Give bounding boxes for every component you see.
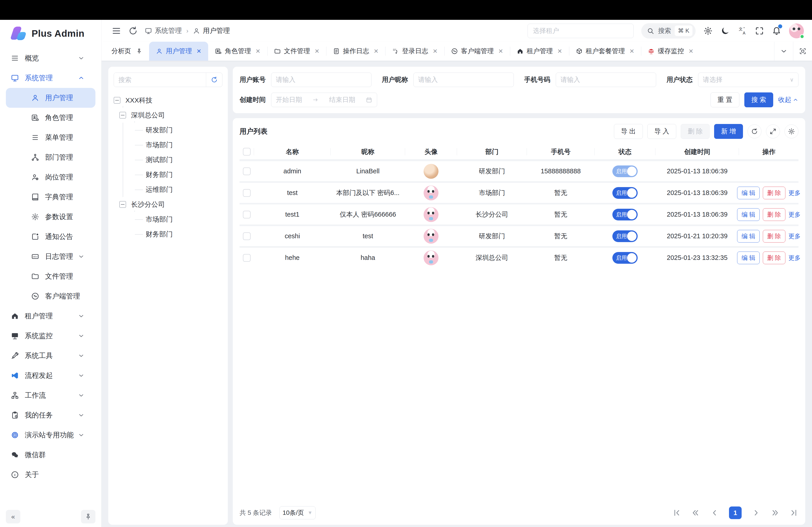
notifications-button[interactable] [772, 26, 781, 36]
content-maximize-button[interactable] [793, 42, 812, 61]
tab-close-icon[interactable]: ✕ [629, 48, 635, 55]
collapse-filters-link[interactable]: 收起 [778, 95, 798, 104]
sidebar-item-字典管理[interactable]: 字典管理 [6, 187, 96, 207]
tenant-select-input[interactable] [527, 24, 634, 38]
row-checkbox[interactable] [243, 254, 250, 262]
user-avatar[interactable] [789, 24, 804, 38]
tree-search-input[interactable] [114, 73, 206, 87]
sidebar-item-关于[interactable]: c关于 [6, 465, 96, 485]
sidebar-item-参数设置[interactable]: 参数设置 [6, 207, 96, 227]
tree-node-财务部门[interactable]: 财务部门 [134, 227, 222, 242]
sidebar-item-工作流[interactable]: 工作流 [6, 386, 96, 405]
tab-操作日志[interactable]: 操作日志✕ [326, 42, 385, 61]
tab-close-icon[interactable]: ✕ [256, 48, 261, 55]
tab-close-icon[interactable]: ✕ [315, 48, 320, 55]
filter-input-用户账号[interactable]: 请输入 [271, 73, 372, 87]
filter-input-手机号码[interactable]: 请输入 [556, 73, 656, 87]
row-checkbox[interactable] [243, 189, 250, 197]
tree-node-研发部门[interactable]: 研发部门 [134, 123, 222, 137]
delete-button[interactable]: 删 除 [763, 230, 785, 243]
edit-button[interactable]: 编 辑 [737, 208, 760, 221]
table-settings-button[interactable] [784, 124, 798, 138]
export-button[interactable]: 导 出 [614, 124, 643, 139]
next-page-button[interactable] [752, 508, 760, 517]
tab-分析页[interactable]: 分析页 [105, 42, 149, 61]
edit-button[interactable]: 编 辑 [737, 230, 760, 243]
sidebar-item-通知公告[interactable]: 通知公告 [6, 227, 96, 246]
status-toggle[interactable]: 启用 [612, 187, 638, 199]
sidebar-collapse-button[interactable]: « [6, 510, 20, 523]
edit-button[interactable]: 编 辑 [737, 252, 760, 264]
sidebar-item-用户管理[interactable]: 用户管理 [6, 88, 96, 108]
sidebar-item-我的任务[interactable]: 我的任务 [6, 405, 96, 425]
tab-缓存监控[interactable]: redis缓存监控✕ [641, 42, 700, 61]
sidebar-item-客户端管理[interactable]: 客户端管理 [6, 286, 96, 306]
search-button[interactable]: 搜 索 [744, 92, 773, 107]
delete-button[interactable]: 删 除 [763, 187, 785, 199]
status-toggle[interactable]: 启用 [612, 252, 638, 264]
settings-gear-icon[interactable] [703, 26, 713, 35]
edit-button[interactable]: 编 辑 [737, 187, 760, 199]
tab-租户套餐管理[interactable]: 租户套餐管理✕ [569, 42, 641, 61]
tree-collapse-icon[interactable] [114, 97, 120, 104]
tab-用户管理[interactable]: 用户管理✕ [149, 42, 208, 61]
status-toggle[interactable]: 启用 [612, 165, 638, 177]
more-button[interactable]: 更多 [788, 189, 801, 197]
sidebar-pin-button[interactable] [81, 510, 96, 523]
reset-button[interactable]: 重 置 [710, 92, 739, 107]
first-page-button[interactable] [672, 508, 681, 517]
menu-toggle-icon[interactable] [112, 26, 121, 36]
tree-refresh-button[interactable] [206, 73, 222, 87]
tree-node-XXX科技[interactable]: XXX科技 [114, 93, 222, 108]
status-toggle[interactable]: 启用 [612, 209, 638, 221]
tab-close-icon[interactable]: ✕ [197, 48, 201, 55]
more-button[interactable]: 更多 [788, 232, 801, 240]
tab-close-icon[interactable]: ✕ [498, 48, 503, 55]
more-button[interactable]: 更多 [788, 211, 801, 219]
sidebar-item-微信群[interactable]: 微信群 [6, 445, 96, 465]
tab-角色管理[interactable]: 角色管理✕ [208, 42, 267, 61]
tree-node-运维部门[interactable]: 运维部门 [134, 182, 222, 197]
tabs-dropdown-button[interactable] [774, 42, 793, 61]
delete-button[interactable]: 删 除 [763, 252, 785, 264]
page-size-select[interactable]: 10条/页▼ [279, 506, 316, 520]
fast-next-button[interactable] [770, 508, 780, 517]
sidebar-item-角色管理[interactable]: 角色管理 [6, 108, 96, 127]
tab-客户端管理[interactable]: 客户端管理✕ [444, 42, 510, 61]
status-toggle[interactable]: 启用 [612, 230, 638, 242]
dark-mode-moon-icon[interactable] [721, 26, 730, 35]
tab-文件管理[interactable]: 文件管理✕ [267, 42, 327, 61]
import-button[interactable]: 导 入 [647, 124, 676, 139]
table-expand-button[interactable] [766, 124, 780, 138]
sidebar-item-系统工具[interactable]: 系统工具 [6, 346, 96, 366]
bulk-delete-button[interactable]: 删 除 [681, 124, 710, 139]
sidebar-item-系统监控[interactable]: 系统监控 [6, 326, 96, 346]
sidebar-item-菜单管理[interactable]: 菜单管理 [6, 127, 96, 147]
sidebar-item-演示站专用功能[interactable]: 演示站专用功能 [6, 425, 96, 445]
add-button[interactable]: 新 增 [714, 124, 743, 139]
global-search-button[interactable]: 搜索 ⌘ K [641, 23, 696, 39]
sidebar-item-系统管理[interactable]: 系统管理 [6, 68, 96, 88]
fullscreen-icon[interactable] [755, 26, 764, 35]
tab-登录日志[interactable]: 登录日志✕ [385, 42, 444, 61]
delete-button[interactable]: 删 除 [763, 208, 785, 221]
date-range-picker[interactable]: 开始日期 结束日期 [271, 93, 377, 107]
sidebar-item-租户管理[interactable]: 租户管理 [6, 306, 96, 326]
row-checkbox[interactable] [243, 232, 250, 240]
tab-close-icon[interactable]: ✕ [688, 48, 693, 55]
filter-input-用户昵称[interactable]: 请输入 [414, 73, 514, 87]
sidebar-item-流程发起[interactable]: 流程发起 [6, 366, 96, 386]
row-checkbox[interactable] [243, 211, 250, 219]
tree-node-长沙分公司[interactable]: 长沙分公司 [119, 197, 222, 212]
more-button[interactable]: 更多 [788, 254, 801, 262]
tree-node-市场部门[interactable]: 市场部门 [134, 212, 222, 227]
tab-close-icon[interactable]: ✕ [374, 48, 378, 55]
tree-node-深圳总公司[interactable]: 深圳总公司 [119, 108, 222, 123]
sidebar-item-日志管理[interactable]: DEV日志管理 [6, 246, 96, 267]
prev-page-button[interactable] [710, 508, 719, 517]
tree-node-市场部门[interactable]: 市场部门 [134, 137, 222, 152]
sidebar-item-概览[interactable]: 概览 [6, 48, 96, 68]
tab-close-icon[interactable]: ✕ [557, 48, 562, 55]
tab-close-icon[interactable]: ✕ [433, 48, 438, 55]
filter-select-用户状态[interactable]: 请选择∨ [698, 73, 798, 87]
